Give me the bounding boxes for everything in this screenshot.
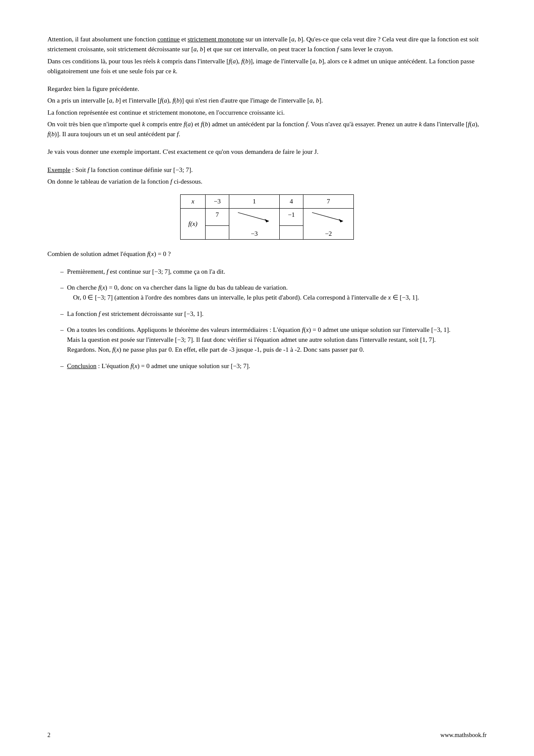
footer: 2 www.mathsbook.fr (0, 732, 534, 739)
question-para: Combien de solution admet l'équation f(x… (47, 249, 487, 259)
table-x-neg3: −3 (205, 195, 229, 209)
question-block: Combien de solution admet l'équation f(x… (47, 249, 487, 259)
arrow-down-right-2 (311, 211, 346, 223)
arrow-down-right-1 (237, 211, 272, 223)
intro-para-1: Attention, il faut absolument une foncti… (47, 34, 487, 55)
table-x-4: 4 (279, 195, 303, 209)
table-fx-neg2: −2 (303, 225, 353, 239)
dash-4: – (60, 325, 64, 355)
bullet-4-sub1: Mais la question est posée sur l'interva… (67, 336, 436, 353)
on-voit-para: On voit très bien que n'importe quel k c… (47, 119, 487, 140)
je-vais-block: Je vais vous donner une exemple importan… (47, 147, 487, 157)
table-x-7: 7 (303, 195, 353, 209)
svg-line-2 (312, 212, 343, 221)
page: Attention, il faut absolument une foncti… (0, 0, 534, 756)
bullet-2-content: On cherche f(x) = 0, donc on va chercher… (67, 283, 487, 303)
svg-line-0 (238, 212, 269, 221)
on-a-pris-para: On a pris un intervalle [a, b] et l'inte… (47, 96, 487, 106)
bullet-list: – Premièrement, f est continue sur [−3; … (60, 267, 487, 371)
regardez-block: Regardez bien la figure précédente. On a… (47, 84, 487, 139)
bullet-3-content: La fonction f est strictement décroissan… (67, 309, 487, 319)
dash-2: – (60, 283, 64, 303)
dash-1: – (60, 267, 64, 277)
table-fx-empty4 (279, 225, 303, 239)
table-fx-empty3 (205, 225, 229, 239)
exemple-label: Exemple (47, 166, 70, 173)
je-vais-para: Je vais vous donner une exemple importan… (47, 147, 487, 157)
exemple-intro: Exemple : Soit f la fonction continue dé… (47, 165, 487, 175)
intro-block: Attention, il faut absolument une foncti… (47, 34, 487, 76)
bullet-conclusion: – Conclusion : L'équation f(x) = 0 admet… (60, 361, 487, 371)
bullet-4-content: On a toutes les conditions. Appliquons l… (67, 325, 487, 355)
intro-para-2: Dans ces conditions là, pour tous les ré… (47, 56, 487, 77)
dash-conclusion: – (60, 361, 64, 371)
bullet-1-content: Premièrement, f est continue sur [−3; 7]… (67, 267, 487, 277)
table-fx-neg1: −1 (279, 209, 303, 226)
bullet-2-sub: Or, 0 ∈ [−3; 7] (attention à l'ordre des… (73, 294, 419, 301)
table-fx-neg3: −3 (229, 225, 279, 239)
variation-table: x −3 1 4 7 f(x) 7 −1 (180, 194, 354, 240)
table-fx-label: f(x) (181, 209, 206, 240)
exemple-table-intro: On donne le tableau de variation de la f… (47, 177, 487, 187)
bullet-conclusion-content: Conclusion : L'équation f(x) = 0 admet u… (67, 361, 487, 371)
bullet-2: – On cherche f(x) = 0, donc on va cherch… (60, 283, 487, 303)
table-header-row: x −3 1 4 7 (181, 195, 354, 209)
page-number: 2 (47, 732, 50, 739)
table-fx-7: 7 (205, 209, 229, 226)
regardez-para: Regardez bien la figure précédente. (47, 84, 487, 94)
dash-3: – (60, 309, 64, 319)
table-x-1: 1 (229, 195, 279, 209)
table-fx-empty2 (303, 209, 353, 226)
table-x-label: x (181, 195, 206, 209)
bullet-3: – La fonction f est strictement décroiss… (60, 309, 487, 319)
table-fx-row-bottom: −3 −2 (181, 225, 354, 239)
table-fx-row-top: f(x) 7 −1 (181, 209, 354, 226)
website-url: www.mathsbook.fr (440, 732, 487, 739)
la-fonction-para: La fonction représentée est continue et … (47, 108, 487, 118)
table-container: x −3 1 4 7 f(x) 7 −1 (47, 194, 487, 240)
exemple-block: Exemple : Soit f la fonction continue dé… (47, 165, 487, 187)
bullet-1: – Premièrement, f est continue sur [−3; … (60, 267, 487, 277)
table-fx-empty1 (229, 209, 279, 226)
conclusion-label: Conclusion (67, 362, 97, 369)
bullet-4: – On a toutes les conditions. Appliquons… (60, 325, 487, 355)
